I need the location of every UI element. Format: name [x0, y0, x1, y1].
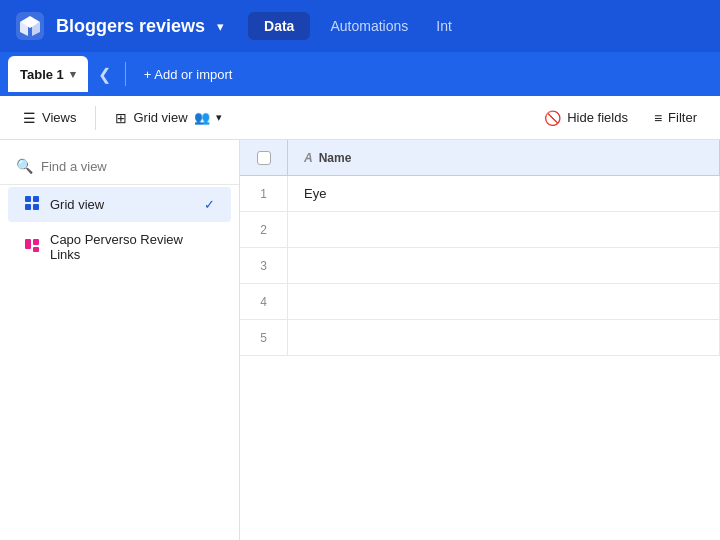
- grid-view-people-icon: 👥: [194, 110, 210, 125]
- sidebar: 🔍 Grid view ✓: [0, 140, 240, 540]
- hide-fields-icon: 🚫: [544, 110, 561, 126]
- table-header: A Name: [240, 140, 720, 176]
- th-name-label: Name: [319, 151, 352, 165]
- filter-label: Filter: [668, 110, 697, 125]
- table-area: A Name 1 Eye 2 3 4 5: [240, 140, 720, 540]
- top-nav-bar: Bloggers reviews ▾ Data Automations Int: [0, 0, 720, 52]
- svg-rect-2: [33, 196, 39, 202]
- table-row: 4: [240, 284, 720, 320]
- grid-view-icon: ⊞: [115, 110, 127, 126]
- toolbar: ☰ Views ⊞ Grid view 👥 ▾ 🚫 Hide fields ≡ …: [0, 96, 720, 140]
- sidebar-search-area: 🔍: [0, 152, 239, 185]
- row-number-3: 3: [240, 248, 288, 283]
- row-name-2[interactable]: [288, 212, 720, 247]
- main-content: 🔍 Grid view ✓: [0, 140, 720, 540]
- grid-view-label: Grid view: [133, 110, 187, 125]
- app-title: Bloggers reviews: [56, 16, 205, 37]
- views-icon: ☰: [23, 110, 36, 126]
- th-name: A Name: [288, 140, 720, 175]
- table-row: 5: [240, 320, 720, 356]
- row-name-5[interactable]: [288, 320, 720, 355]
- sidebar-item-capo-perverso[interactable]: Capo Perverso Review Links: [8, 224, 231, 270]
- grid-icon: [24, 195, 40, 214]
- row-name-3[interactable]: [288, 248, 720, 283]
- find-view-input[interactable]: [41, 159, 223, 174]
- title-chevron-icon[interactable]: ▾: [217, 19, 224, 34]
- gallery-icon: [24, 238, 40, 257]
- tab-bar-divider: [125, 62, 126, 86]
- th-checkbox[interactable]: [240, 140, 288, 175]
- svg-rect-6: [33, 239, 39, 245]
- app-logo: [12, 8, 48, 44]
- hide-fields-button[interactable]: 🚫 Hide fields: [533, 104, 639, 132]
- view-item-gallery-left: Capo Perverso Review Links: [24, 232, 215, 262]
- table-tab-1[interactable]: Table 1 ▾: [8, 56, 88, 92]
- table-row: 1 Eye: [240, 176, 720, 212]
- table-tab-chevron-icon[interactable]: ▾: [70, 68, 76, 81]
- row-number-2: 2: [240, 212, 288, 247]
- hide-fields-label: Hide fields: [567, 110, 628, 125]
- table-row: 3: [240, 248, 720, 284]
- nav-tab-integrations[interactable]: Int: [428, 12, 460, 40]
- row-name-1[interactable]: Eye: [288, 176, 720, 211]
- table-tab-bar: Table 1 ▾ ❮ + Add or import: [0, 52, 720, 96]
- check-icon: ✓: [204, 197, 215, 212]
- row-number-1: 1: [240, 176, 288, 211]
- svg-rect-5: [25, 239, 31, 249]
- add-import-label: + Add or import: [144, 67, 233, 82]
- toolbar-divider-1: [95, 106, 96, 130]
- table-row: 2: [240, 212, 720, 248]
- table-scroll-left-button[interactable]: ❮: [92, 61, 117, 88]
- table-rows: 1 Eye 2 3 4 5: [240, 176, 720, 356]
- view-item-left: Grid view: [24, 195, 104, 214]
- views-label: Views: [42, 110, 76, 125]
- header-checkbox[interactable]: [257, 151, 271, 165]
- svg-rect-1: [25, 196, 31, 202]
- grid-view-button[interactable]: ⊞ Grid view 👥 ▾: [104, 104, 232, 132]
- svg-rect-7: [33, 247, 39, 252]
- nav-tab-automations[interactable]: Automations: [318, 12, 420, 40]
- add-or-import-button[interactable]: + Add or import: [134, 61, 243, 88]
- capo-perverso-label: Capo Perverso Review Links: [50, 232, 215, 262]
- grid-view-item-label: Grid view: [50, 197, 104, 212]
- filter-icon: ≡: [654, 110, 662, 126]
- th-name-type-icon: A: [304, 151, 313, 165]
- sidebar-item-grid-view[interactable]: Grid view ✓: [8, 187, 231, 222]
- grid-view-chevron-icon[interactable]: ▾: [216, 111, 222, 124]
- row-number-5: 5: [240, 320, 288, 355]
- nav-tab-data[interactable]: Data: [248, 12, 310, 40]
- filter-button[interactable]: ≡ Filter: [643, 104, 708, 132]
- views-button[interactable]: ☰ Views: [12, 104, 87, 132]
- row-number-4: 4: [240, 284, 288, 319]
- table-tab-1-label: Table 1: [20, 67, 64, 82]
- search-icon: 🔍: [16, 158, 33, 174]
- row-name-4[interactable]: [288, 284, 720, 319]
- svg-rect-3: [25, 204, 31, 210]
- svg-rect-4: [33, 204, 39, 210]
